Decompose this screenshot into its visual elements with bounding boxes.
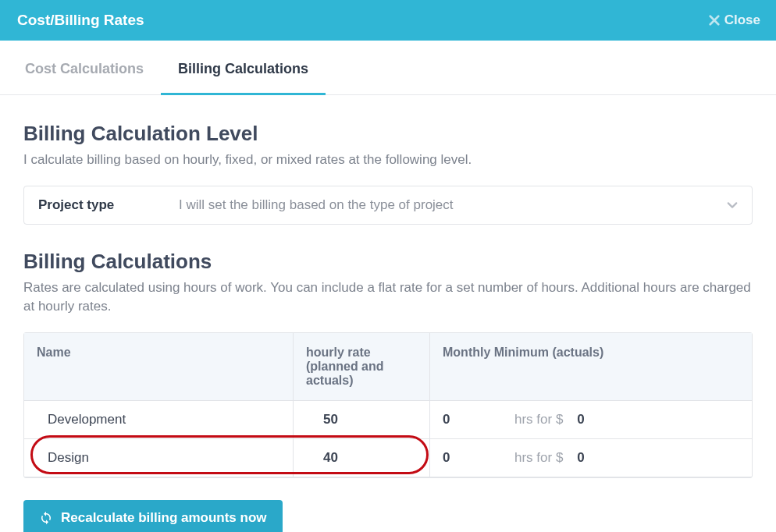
rates-table: Name hourly rate (planned and actuals) M… [23,332,753,478]
recalculate-label: Recalculate billing amounts now [61,510,267,526]
th-rate: hourly rate (planned and actuals) [294,333,430,400]
th-min: Monthly Minimum (actuals) [430,333,752,400]
tab-billing-calculations[interactable]: Billing Calculations [161,41,326,95]
cell-rate[interactable]: 50 [294,401,430,438]
recalculate-button[interactable]: Recalculate billing amounts now [23,500,283,532]
calc-section-desc: Rates are calculated using hours of work… [23,278,753,317]
billing-level-select[interactable]: Project type I will set the billing base… [23,186,753,225]
min-amount[interactable]: 0 [577,412,584,427]
cell-min: 0 hrs for $ 0 [430,439,752,477]
cell-min: 0 hrs for $ 0 [430,401,752,438]
hrs-for-label: hrs for $ [514,412,563,427]
tab-cost-calculations[interactable]: Cost Calculations [8,41,161,95]
cell-name[interactable]: Development [24,401,294,438]
cell-rate[interactable]: 40 [294,439,430,477]
table-row: Development 50 0 hrs for $ 0 [24,401,752,439]
modal-header: Cost/Billing Rates Close [0,0,776,41]
calc-section-title: Billing Calculations [23,250,753,274]
hrs-for-label: hrs for $ [514,450,563,466]
table-header: Name hourly rate (planned and actuals) M… [24,333,752,401]
chevron-down-icon [727,200,738,211]
th-name: Name [24,333,294,400]
refresh-icon [39,511,53,525]
close-button[interactable]: Close [709,12,760,28]
tabs: Cost Calculations Billing Calculations [0,41,776,95]
table-row: Design 40 0 hrs for $ 0 [24,439,752,477]
content: Billing Calculation Level I calculate bi… [0,95,776,532]
level-section-title: Billing Calculation Level [23,122,753,146]
min-amount[interactable]: 0 [577,450,584,466]
min-hours[interactable]: 0 [443,412,458,427]
select-value: I will set the billing based on the type… [179,197,696,213]
min-hours[interactable]: 0 [443,450,458,466]
select-label: Project type [38,197,148,213]
close-icon [709,15,720,26]
close-label: Close [724,12,760,28]
modal-title: Cost/Billing Rates [17,12,144,29]
level-section-desc: I calculate billing based on hourly, fix… [23,151,753,170]
cell-name[interactable]: Design [24,439,294,477]
